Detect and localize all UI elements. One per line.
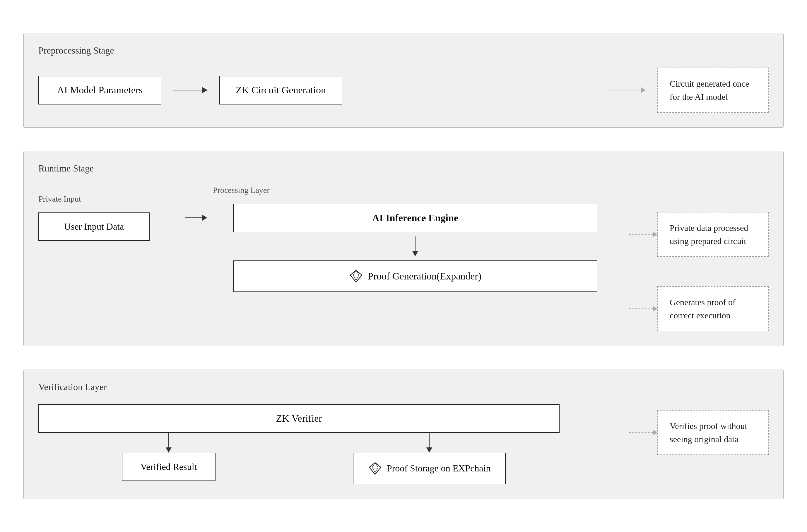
user-input-box: User Input Data	[38, 212, 150, 241]
preprocessing-inner: AI Model Parameters ZK Circuit Generatio…	[38, 68, 769, 113]
diamond-icon-proof	[349, 269, 363, 283]
dotted-arrow-verifier	[653, 430, 657, 435]
ai-model-params-box: AI Model Parameters	[38, 76, 161, 104]
proof-storage-col: Proof Storage on EXPchain	[299, 433, 560, 484]
annotation-proof: Generates proof of correct execution	[657, 286, 769, 331]
dotted-line-inference	[629, 234, 653, 235]
dotted-arrow-circuit	[606, 87, 646, 93]
verification-layout: ZK Verifier Verified Result	[38, 404, 769, 484]
proof-gen-box: Proof Generation(Expander)	[233, 261, 597, 292]
annotation-verifier: Verifies proof without seeing original d…	[657, 410, 769, 455]
annotation-inference: Private data processed using prepared ci…	[657, 212, 769, 257]
zk-circuit-gen-box: ZK Circuit Generation	[219, 76, 342, 104]
dotted-arrow-inference	[653, 231, 657, 237]
varrow-storage	[426, 448, 432, 453]
main-flow: Preprocessing Stage AI Model Parameters …	[23, 33, 784, 499]
proof-storage-box: Proof Storage on EXPchain	[353, 453, 506, 484]
verified-result-box: Verified Result	[122, 453, 216, 481]
diagram-root: Preprocessing Stage AI Model Parameters …	[23, 33, 784, 499]
runtime-label: Runtime Stage	[38, 163, 769, 174]
varrow-verified	[166, 448, 171, 453]
processing-layer-col: Processing Layer AI Inference Engine	[213, 186, 618, 292]
dotted-line-verifier	[629, 432, 653, 433]
dotted-line-proof	[629, 308, 653, 309]
processing-layer-label: Processing Layer	[213, 186, 270, 195]
annotation-verifier-row: Verifies proof without seeing original d…	[618, 404, 769, 455]
runtime-stage: Runtime Stage Private Input User Input D…	[23, 151, 784, 346]
zk-verifier-box: ZK Verifier	[38, 404, 560, 433]
preprocessing-label: Preprocessing Stage	[38, 45, 769, 56]
verified-result-col: Verified Result	[38, 433, 299, 481]
annotation-inference-row: Private data processed using prepared ci…	[629, 212, 769, 257]
vline-storage	[429, 433, 429, 448]
proof-gen-label: Proof Generation(Expander)	[368, 271, 481, 282]
verification-stage: Verification Layer ZK Verifier Verified …	[23, 369, 784, 499]
annotation-circuit: Circuit generated once for the AI model	[657, 68, 769, 113]
runtime-annotations: Private data processed using prepared ci…	[618, 186, 769, 331]
verification-label: Verification Layer	[38, 382, 769, 393]
arrow-inference-to-proof	[412, 236, 418, 256]
arrow-user-to-inference	[185, 186, 207, 221]
diamond-icon-storage	[368, 461, 382, 476]
verifier-outputs: Verified Result Proof Storag	[38, 433, 560, 484]
annotation-proof-row: Generates proof of correct execution	[629, 286, 769, 331]
vline-verified	[168, 433, 169, 448]
runtime-ann-spacer	[629, 257, 769, 286]
dotted-arrow-proof	[653, 306, 657, 312]
verification-main: ZK Verifier Verified Result	[38, 404, 618, 484]
arrow-params-to-circuit	[173, 87, 207, 93]
proof-storage-label: Proof Storage on EXPchain	[387, 463, 491, 474]
preprocessing-stage: Preprocessing Stage AI Model Parameters …	[23, 33, 784, 128]
private-input-col: Private Input User Input Data	[38, 186, 179, 241]
runtime-layout: Private Input User Input Data Processing…	[38, 186, 769, 331]
ai-inference-engine-box: AI Inference Engine	[233, 204, 597, 232]
private-input-label: Private Input	[38, 194, 81, 204]
